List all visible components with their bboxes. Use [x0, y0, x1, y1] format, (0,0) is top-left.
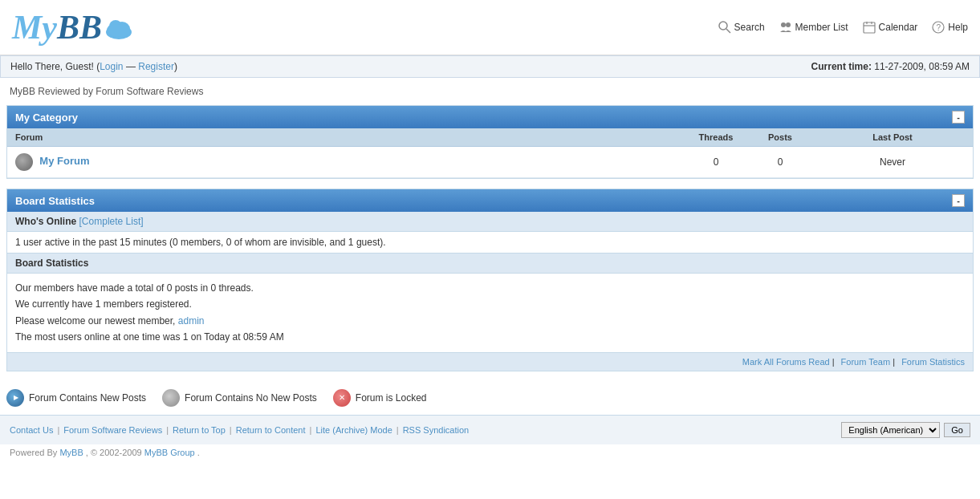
board-stats-content: Our members have made a total of 0 posts…	[7, 274, 973, 352]
category-collapse-button[interactable]: -	[952, 111, 965, 124]
stats-line-1: Our members have made a total of 0 posts…	[15, 280, 965, 296]
greeting-sep: —	[124, 61, 139, 72]
no-new-posts-icon	[162, 389, 180, 407]
last-post-col-header: Last Post	[812, 128, 973, 147]
member-list-icon	[779, 21, 792, 34]
login-link[interactable]: Login	[100, 61, 123, 72]
page-header: My BB Search Member List	[0, 0, 980, 55]
logo-my: My	[12, 8, 57, 47]
go-button[interactable]: Go	[944, 423, 970, 437]
svg-rect-9	[864, 22, 875, 33]
footer-link[interactable]: Forum Software Reviews	[63, 425, 162, 435]
stats-line-2: We currently have 1 members registered.	[15, 296, 965, 312]
footer-link[interactable]: Lite (Archive) Mode	[315, 425, 392, 435]
greeting-bar: Hello There, Guest! (Login — Register) C…	[0, 55, 980, 78]
forum-table-body: My Forum 0 0 Never	[7, 147, 973, 178]
current-time-label: Current time:	[811, 61, 872, 72]
greeting-before: Hello There, Guest! (	[10, 61, 100, 72]
footer-language: English (American) Go	[841, 422, 970, 438]
threads-col-header: Threads	[684, 128, 748, 147]
forum-table-row: My Forum 0 0 Never	[7, 147, 973, 178]
calendar-link[interactable]: Calendar	[863, 21, 918, 34]
svg-point-8	[786, 22, 791, 27]
footer-sep-1: |	[832, 357, 837, 367]
calendar-icon	[863, 21, 876, 34]
main-content: My Category - Forum Threads Posts Last P…	[0, 105, 980, 371]
complete-list-link[interactable]: [Complete List]	[79, 216, 144, 227]
forum-col-header: Forum	[7, 128, 684, 147]
greeting-text: Hello There, Guest! (Login — Register)	[10, 61, 177, 72]
powered-by-middle: , © 2002-2009	[86, 448, 142, 457]
new-posts-icon	[6, 389, 24, 407]
threads-cell: 0	[684, 147, 748, 178]
svg-line-6	[726, 29, 730, 33]
powered-by-after: .	[197, 448, 200, 457]
logo-cloud-icon	[104, 16, 133, 40]
board-statistics-section: Board Statistics - Who's Online [Complet…	[6, 189, 974, 371]
footer-links: Contact Us | Forum Software Reviews | Re…	[10, 425, 469, 435]
svg-point-5	[719, 22, 727, 30]
whos-online-header: Who's Online [Complete List]	[7, 212, 973, 232]
member-list-link[interactable]: Member List	[779, 21, 848, 34]
current-time-value: 11-27-2009, 08:59 AM	[874, 61, 970, 72]
search-link[interactable]: Search	[718, 21, 765, 34]
search-label: Search	[734, 22, 765, 33]
stats-line-3: Please welcome our newest member, admin	[15, 313, 965, 329]
board-stats-subheader: Board Statistics	[7, 254, 973, 274]
footer-link[interactable]: RSS Syndication	[403, 425, 470, 435]
newest-member-link[interactable]: admin	[178, 315, 205, 327]
mybb-link[interactable]: MyBB	[59, 448, 83, 457]
search-icon	[718, 21, 731, 34]
greeting-after: )	[174, 61, 177, 72]
forum-name-cell: My Forum	[7, 147, 684, 178]
stats-line-4: The most users online at one time was 1 …	[15, 329, 965, 345]
footer-separator: |	[57, 425, 59, 435]
member-list-label: Member List	[795, 22, 848, 33]
new-posts-label: Forum Contains New Posts	[29, 392, 146, 404]
powered-by-text: Powered By	[10, 448, 57, 457]
language-select[interactable]: English (American)	[841, 422, 940, 438]
category-title: My Category	[15, 112, 78, 124]
board-statistics-header: Board Statistics -	[7, 189, 973, 212]
logo: My BB	[12, 8, 133, 47]
legend-new-posts: Forum Contains New Posts	[6, 389, 146, 407]
footer-separator: |	[230, 425, 232, 435]
page-title: MyBB Reviewed by Forum Software Reviews	[10, 86, 203, 97]
footer: Contact Us | Forum Software Reviews | Re…	[0, 415, 980, 444]
category-section: My Category - Forum Threads Posts Last P…	[6, 105, 974, 179]
stats-line-3-text: Please welcome our newest member,	[15, 315, 175, 327]
footer-separator: |	[310, 425, 312, 435]
mark-all-read-link[interactable]: Mark All Forums Read	[742, 357, 830, 367]
page-title-bar: MyBB Reviewed by Forum Software Reviews	[0, 78, 980, 105]
svg-text:?: ?	[937, 23, 941, 32]
svg-point-7	[781, 22, 786, 27]
posts-cell: 0	[748, 147, 812, 178]
forum-table-header-row: Forum Threads Posts Last Post	[7, 128, 973, 147]
navigation: Search Member List Calendar ?	[718, 21, 968, 34]
online-text: 1 user active in the past 15 minutes (0 …	[15, 237, 386, 248]
forum-name-link[interactable]: My Forum	[39, 155, 89, 167]
calendar-label: Calendar	[879, 22, 918, 33]
legend-no-new-posts: Forum Contains No New Posts	[162, 389, 317, 407]
help-icon: ?	[932, 21, 945, 34]
register-link[interactable]: Register	[138, 61, 174, 72]
legend: Forum Contains New Posts Forum Contains …	[0, 381, 980, 415]
no-new-posts-label: Forum Contains No New Posts	[185, 392, 317, 404]
footer-sep-2: |	[893, 357, 897, 367]
forum-team-link[interactable]: Forum Team	[841, 357, 891, 367]
help-label: Help	[948, 22, 968, 33]
footer-separator: |	[166, 425, 169, 435]
help-link[interactable]: ? Help	[932, 21, 968, 34]
powered-by: Powered By MyBB , © 2002-2009 MyBB Group…	[0, 444, 980, 460]
last-post-cell: Never	[812, 147, 973, 178]
legend-locked: Forum is Locked	[333, 389, 427, 407]
footer-link[interactable]: Return to Top	[173, 425, 226, 435]
mybb-group-link[interactable]: MyBB Group	[144, 448, 195, 457]
footer-link[interactable]: Return to Content	[236, 425, 306, 435]
board-statistics-collapse-button[interactable]: -	[952, 194, 965, 207]
posts-col-header: Posts	[748, 128, 812, 147]
logo-bb: BB	[57, 8, 102, 47]
footer-link[interactable]: Contact Us	[10, 425, 53, 435]
svg-point-4	[108, 24, 130, 37]
forum-statistics-link[interactable]: Forum Statistics	[901, 357, 965, 367]
